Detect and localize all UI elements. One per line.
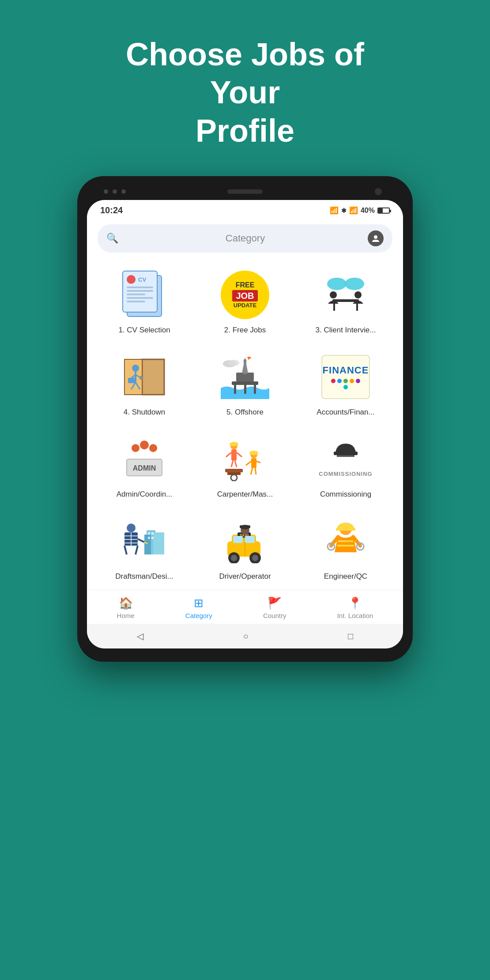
svg-rect-59 bbox=[151, 537, 154, 539]
svg-rect-57 bbox=[151, 532, 154, 535]
location-icon: 📍 bbox=[348, 596, 362, 610]
driver-icon-wrapper: TAXI bbox=[219, 515, 271, 568]
category-label-cv: 1. CV Selection bbox=[118, 326, 170, 335]
category-label-finance: Accounts/Finan... bbox=[317, 408, 374, 417]
category-label-free-jobs: 2. Free Jobs bbox=[224, 326, 266, 335]
svg-line-44 bbox=[256, 461, 260, 463]
svg-rect-56 bbox=[148, 532, 150, 535]
category-item-shutdown[interactable]: 4. Shutdown bbox=[94, 343, 195, 426]
svg-point-91 bbox=[359, 545, 362, 548]
svg-rect-85 bbox=[336, 528, 355, 531]
admin-icon: ADMIN bbox=[120, 437, 169, 481]
svg-point-2 bbox=[345, 278, 364, 290]
back-button[interactable]: ◁ bbox=[137, 631, 143, 641]
svg-point-47 bbox=[249, 451, 258, 455]
phone-camera bbox=[375, 188, 382, 195]
battery-icon bbox=[377, 207, 390, 214]
nav-category[interactable]: ⊞ Category bbox=[185, 596, 212, 619]
svg-text:ADMIN: ADMIN bbox=[133, 464, 156, 472]
svg-line-38 bbox=[231, 460, 233, 467]
home-button[interactable]: ○ bbox=[243, 631, 248, 641]
recents-button[interactable]: □ bbox=[348, 631, 353, 641]
category-item-client-interview[interactable]: 3. Client Intervie... bbox=[295, 261, 396, 343]
svg-point-60 bbox=[127, 524, 136, 532]
commissioning-icon-wrapper: COMMISSIONING bbox=[319, 433, 372, 486]
category-item-commissioning[interactable]: COMMISSIONING Commissioning bbox=[295, 426, 396, 508]
shutdown-icon bbox=[120, 355, 169, 399]
nav-home[interactable]: 🏠 Home bbox=[117, 596, 135, 619]
bottom-nav: 🏠 Home ⊞ Category 🚩 Country 📍 Int. Locat… bbox=[87, 590, 403, 624]
category-item-finance[interactable]: FINANCE Accounts/Finan... bbox=[295, 343, 396, 426]
category-item-cv-selection[interactable]: CV 1. CV Selection bbox=[94, 261, 195, 343]
svg-point-82 bbox=[252, 555, 258, 561]
svg-rect-23 bbox=[254, 385, 256, 394]
user-avatar[interactable] bbox=[368, 230, 384, 246]
svg-line-69 bbox=[136, 546, 138, 554]
draftsman-icon-wrapper bbox=[118, 515, 171, 568]
category-label-driver: Driver/Operator bbox=[219, 572, 271, 581]
category-label-carpenter: Carpenter/Mas... bbox=[217, 490, 273, 499]
cv-icon-wrapper: CV bbox=[118, 268, 171, 321]
svg-rect-22 bbox=[244, 385, 246, 394]
svg-point-50 bbox=[231, 475, 237, 481]
category-label-offshore: 5. Offshore bbox=[226, 408, 264, 417]
svg-rect-52 bbox=[337, 455, 354, 457]
draftsman-icon bbox=[120, 519, 169, 563]
category-item-draftsman[interactable]: Draftsman/Desi... bbox=[94, 508, 195, 590]
category-item-offshore[interactable]: 5. Offshore bbox=[195, 343, 295, 426]
shutdown-icon-wrapper bbox=[118, 351, 171, 403]
phone-frame: 10:24 📶 ✱ 📶 40% 🔍 Category bbox=[77, 176, 413, 662]
svg-point-80 bbox=[231, 555, 237, 561]
svg-point-13 bbox=[132, 365, 139, 372]
commissioning-icon: COMMISSIONING bbox=[321, 437, 370, 481]
category-item-admin[interactable]: ADMIN Admin/Coordin... bbox=[94, 426, 195, 508]
svg-point-29 bbox=[140, 441, 149, 449]
svg-line-37 bbox=[237, 452, 242, 457]
phone-speaker bbox=[227, 189, 263, 194]
phone-notch bbox=[87, 186, 403, 196]
category-item-engineer[interactable]: Engineer/QC bbox=[295, 508, 396, 590]
free-job-icon-wrapper: FREE JOB UPDATE bbox=[219, 268, 271, 321]
free-job-icon: FREE JOB UPDATE bbox=[221, 271, 269, 319]
svg-point-31 bbox=[149, 444, 157, 452]
category-grid: CV 1. CV Selection bbox=[87, 261, 403, 590]
status-icons: 📶 ✱ 📶 40% bbox=[330, 206, 390, 215]
svg-point-28 bbox=[229, 360, 239, 366]
svg-point-0 bbox=[374, 235, 377, 239]
nav-country[interactable]: 🚩 Country bbox=[263, 596, 286, 619]
svg-rect-48 bbox=[225, 469, 243, 472]
bluetooth-icon: ✱ bbox=[341, 207, 347, 214]
category-item-carpenter[interactable]: Carpenter/Mas... bbox=[195, 426, 295, 508]
engineer-icon-wrapper bbox=[319, 515, 372, 568]
svg-rect-8 bbox=[142, 359, 164, 395]
phone-dots bbox=[104, 189, 126, 194]
category-label-commissioning: Commissioning bbox=[320, 490, 371, 499]
android-nav: ◁ ○ □ bbox=[87, 624, 403, 648]
status-bar: 10:24 📶 ✱ 📶 40% bbox=[87, 200, 403, 219]
search-icon: 🔍 bbox=[106, 233, 118, 244]
carpenter-icon bbox=[221, 437, 269, 481]
category-label-admin: Admin/Coordin... bbox=[117, 490, 173, 499]
svg-point-89 bbox=[330, 545, 332, 548]
svg-rect-75 bbox=[245, 536, 255, 543]
driver-icon: TAXI bbox=[221, 519, 269, 563]
search-bar[interactable]: 🔍 Category bbox=[98, 224, 392, 253]
nav-home-label: Home bbox=[117, 612, 135, 619]
battery-label: 40% bbox=[361, 207, 375, 215]
svg-rect-20 bbox=[232, 381, 258, 385]
svg-line-46 bbox=[255, 468, 256, 475]
carpenter-icon-wrapper bbox=[219, 433, 271, 486]
svg-line-39 bbox=[235, 460, 237, 467]
svg-rect-58 bbox=[148, 537, 150, 539]
svg-point-40 bbox=[230, 442, 238, 446]
nav-int-location[interactable]: 📍 Int. Location bbox=[337, 596, 373, 619]
svg-point-30 bbox=[132, 444, 139, 452]
svg-line-36 bbox=[226, 452, 231, 457]
admin-icon-wrapper: ADMIN bbox=[118, 433, 171, 486]
interview-icon bbox=[321, 273, 370, 317]
wifi-icon: 📶 bbox=[330, 206, 339, 215]
svg-point-1 bbox=[327, 278, 347, 290]
battery-fill bbox=[378, 208, 383, 213]
category-item-free-jobs[interactable]: FREE JOB UPDATE 2. Free Jobs bbox=[195, 261, 295, 343]
category-item-driver[interactable]: TAXI bbox=[195, 508, 295, 590]
